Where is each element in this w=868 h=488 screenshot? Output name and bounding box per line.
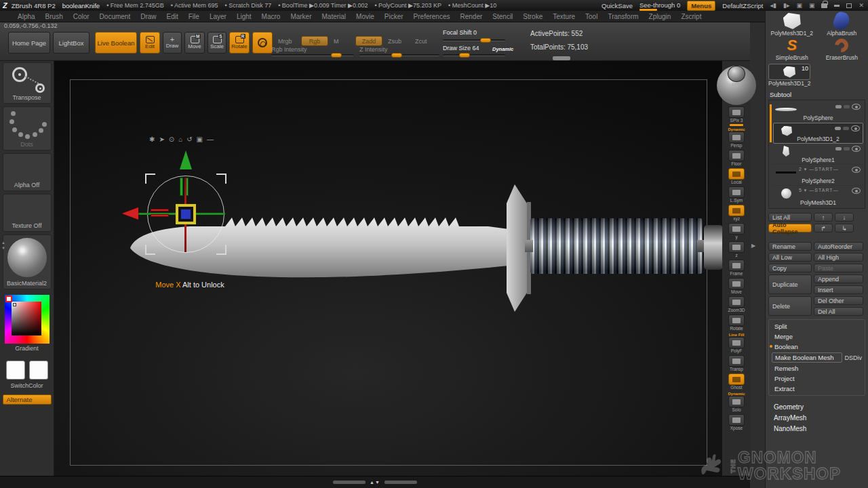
stroke-dots-widget[interactable]: Dots bbox=[3, 106, 52, 150]
tool-thumbnail-polymesh[interactable]: PolyMesh3D1_2 bbox=[768, 12, 816, 37]
current-tool[interactable]: 10 PolyMesh3D1_2 bbox=[768, 64, 865, 87]
delete-button[interactable]: Delete bbox=[768, 296, 812, 316]
gizmo-toolbar-icon[interactable]: — bbox=[207, 136, 214, 143]
menu-item[interactable]: Macro bbox=[262, 13, 281, 20]
subtool-scroll-indicator[interactable] bbox=[770, 104, 772, 142]
right-shelf-button[interactable]: Move bbox=[728, 278, 745, 295]
move-down-button[interactable]: ↓ bbox=[835, 213, 854, 222]
menu-item[interactable]: Tool bbox=[585, 13, 597, 20]
menu-item[interactable]: Stencil bbox=[492, 13, 513, 20]
gizmo-toolbar-icon[interactable]: ✱ bbox=[149, 136, 155, 143]
menu-item[interactable]: Brush bbox=[45, 13, 63, 20]
scale-button[interactable]: S Scale bbox=[208, 32, 226, 54]
visibility-eye-icon[interactable] bbox=[851, 125, 860, 131]
gyro-button[interactable] bbox=[252, 32, 273, 54]
all-low-button[interactable]: All Low bbox=[768, 253, 812, 262]
right-shelf-button[interactable]: y bbox=[728, 223, 745, 240]
append-button[interactable]: Append bbox=[814, 274, 863, 283]
merge-button[interactable]: Merge bbox=[769, 331, 865, 342]
gizmo-toolbar-icon[interactable]: ▣ bbox=[197, 136, 203, 143]
gizmo-y-axis-arrow[interactable] bbox=[180, 150, 192, 169]
make-boolean-mesh-button[interactable]: Make Boolean Mesh bbox=[772, 352, 842, 363]
knife-pommel-mesh[interactable] bbox=[704, 225, 722, 270]
menu-item[interactable]: Texture bbox=[553, 13, 575, 20]
right-shelf-button[interactable]: Transp bbox=[728, 355, 745, 372]
tool-thumbnail-alphabrush[interactable]: AlphaBrush bbox=[818, 12, 866, 37]
subtool-item[interactable]: PolySphere bbox=[773, 102, 863, 123]
auto-collapse-button[interactable]: Auto Collapse bbox=[768, 224, 812, 232]
subtool-item[interactable]: 5 ▾ —START— PolyMesh3D1 bbox=[773, 186, 863, 207]
duplicate-button[interactable]: Duplicate bbox=[768, 274, 812, 294]
subtool-item-selected[interactable]: PolyMesh3D1_2 bbox=[773, 123, 863, 144]
menu-item[interactable]: Render bbox=[460, 13, 483, 20]
all-high-button[interactable]: All High bbox=[814, 253, 863, 262]
menu-item[interactable]: Zplugin bbox=[649, 13, 671, 20]
rotate-button[interactable]: R Rotate bbox=[229, 32, 250, 54]
document-canvas[interactable]: ✱➤⊙⌂↺▣— Move X Alt to Unlock bbox=[54, 61, 722, 476]
tool-thumbnail-simplebrush[interactable]: S SimpleBrush bbox=[768, 37, 816, 61]
right-shelf-button[interactable]: Dynamic Solo bbox=[728, 392, 745, 413]
insert-button[interactable]: Insert bbox=[814, 285, 863, 294]
right-shelf-button[interactable]: L.Sym bbox=[728, 186, 745, 203]
menu-item[interactable]: Edit bbox=[167, 13, 178, 20]
right-shelf-button[interactable]: xyz bbox=[728, 205, 745, 222]
quicksave-button[interactable]: QuickSave bbox=[601, 2, 633, 9]
default-zscript-button[interactable]: DefaultZScript bbox=[722, 2, 763, 9]
menu-item[interactable]: Picker bbox=[384, 13, 403, 20]
draw-button[interactable]: + Draw bbox=[163, 32, 182, 54]
del-all-button[interactable]: Del All bbox=[814, 307, 863, 316]
menu-item[interactable]: Draw bbox=[140, 13, 156, 20]
right-shelf-button[interactable]: Dynamic Persp bbox=[728, 127, 745, 148]
alpha-selector[interactable]: Alpha Off bbox=[3, 153, 52, 191]
stamp-icon[interactable]: ▣ bbox=[796, 2, 802, 9]
remesh-button[interactable]: Remesh bbox=[769, 363, 865, 373]
menus-button[interactable]: Menus bbox=[687, 1, 715, 11]
gizmo-center-handle[interactable] bbox=[176, 204, 196, 224]
right-shelf-button[interactable]: SPix 3 bbox=[728, 106, 745, 126]
tray-left-icon[interactable]: ◂▮ bbox=[770, 2, 776, 9]
shelf-divider-handle[interactable] bbox=[553, 56, 570, 60]
del-other-button[interactable]: Del Other bbox=[814, 296, 863, 305]
gizmo-x-axis-arrow[interactable] bbox=[122, 207, 138, 220]
restore-icon[interactable] bbox=[846, 3, 852, 8]
dsdiv-button[interactable]: DSDiv bbox=[844, 354, 863, 361]
project-button[interactable]: Project bbox=[769, 373, 865, 384]
m-button[interactable]: M bbox=[334, 38, 339, 45]
lock-icon[interactable] bbox=[821, 3, 827, 8]
splitter-handle-right[interactable] bbox=[384, 481, 417, 484]
right-shelf-button[interactable]: Rotate bbox=[728, 314, 745, 331]
list-all-button[interactable]: List All bbox=[768, 213, 812, 222]
gizmo-toolbar[interactable]: ✱➤⊙⌂↺▣— bbox=[149, 136, 231, 143]
z-intensity-slider[interactable] bbox=[359, 54, 439, 56]
menu-item[interactable]: Layer bbox=[210, 13, 226, 20]
extract-button[interactable]: Extract bbox=[769, 384, 865, 394]
color-picker[interactable]: Gradient bbox=[3, 292, 52, 354]
right-shelf-button[interactable]: Local bbox=[728, 168, 745, 185]
rgb-intensity-slider[interactable] bbox=[271, 54, 354, 56]
menu-item[interactable]: Preferences bbox=[414, 13, 450, 20]
tray-collapse-arrow[interactable]: ▶ bbox=[751, 243, 755, 249]
right-shelf-button[interactable]: Ghost bbox=[728, 373, 745, 390]
menu-item[interactable]: Movie bbox=[356, 13, 374, 20]
branch-down-button[interactable]: ↳ bbox=[835, 224, 854, 232]
right-shelf-button[interactable]: Zoom3D bbox=[728, 296, 745, 313]
color-swatches[interactable] bbox=[6, 361, 48, 380]
gizmo-toolbar-icon[interactable]: ⊙ bbox=[169, 136, 174, 143]
splitter-handle-left[interactable] bbox=[333, 481, 366, 484]
color-gradient-icon[interactable] bbox=[5, 295, 50, 344]
menu-item[interactable]: Color bbox=[73, 13, 90, 20]
subtool-item[interactable]: PolySphere1 bbox=[773, 144, 863, 165]
transpose-widget[interactable]: Transpose bbox=[3, 62, 52, 104]
menu-item[interactable]: Alpha bbox=[18, 13, 35, 20]
tray-right-icon[interactable]: ▮▸ bbox=[783, 2, 789, 9]
paste-button[interactable]: Paste bbox=[814, 264, 863, 272]
right-shelf-button[interactable]: Xpose bbox=[728, 414, 745, 431]
mrgb-button[interactable]: Mrgb bbox=[278, 38, 292, 45]
menu-item[interactable]: Zscript bbox=[681, 13, 701, 20]
home-page-button[interactable]: Home Page bbox=[8, 32, 50, 54]
menu-item[interactable]: File bbox=[189, 13, 199, 20]
branch-up-button[interactable]: ↱ bbox=[814, 224, 833, 232]
subtool-header[interactable]: Subtool bbox=[770, 91, 865, 98]
switch-color-widget[interactable]: SwitchColor bbox=[3, 357, 52, 392]
visibility-eye-icon[interactable] bbox=[852, 167, 861, 173]
